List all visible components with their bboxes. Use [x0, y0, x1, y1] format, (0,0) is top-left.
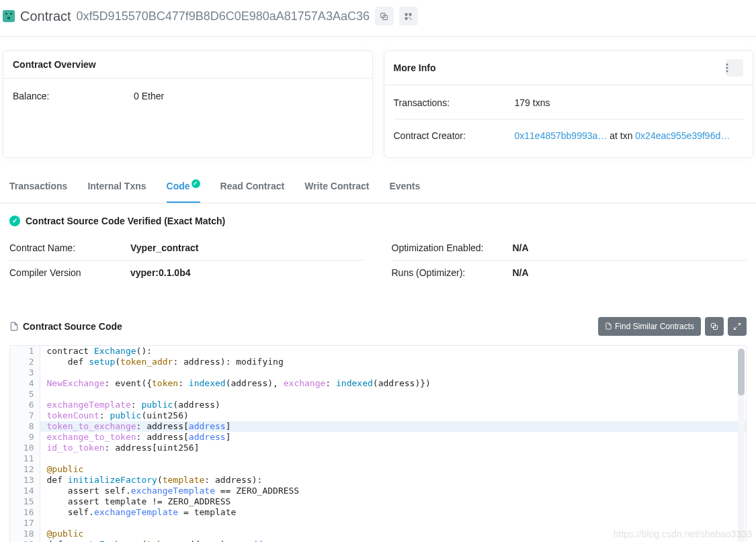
contract-address: 0xf5D915570BC477f9B8D6C0E980aA81757A3AaC… — [77, 9, 370, 24]
code-line: 13def initializeFactory(template: addres… — [10, 475, 746, 486]
contract-name-label: Contract Name: — [9, 242, 130, 253]
svg-point-13 — [726, 71, 728, 73]
tab-write-contract[interactable]: Write Contract — [304, 171, 369, 203]
copy-address-button[interactable] — [375, 7, 394, 26]
svg-rect-6 — [405, 13, 408, 15]
optimization-label: Optimization Enabled: — [392, 242, 513, 253]
tab-internal-txns[interactable]: Internal Txns — [87, 171, 146, 203]
code-line: 11 — [10, 453, 746, 464]
svg-rect-10 — [411, 18, 412, 19]
tab-bar: Transactions Internal Txns Code✓ Read Co… — [0, 171, 756, 204]
svg-rect-9 — [409, 17, 411, 18]
code-line: 17 — [10, 518, 746, 529]
svg-rect-2 — [10, 13, 12, 15]
find-similar-button[interactable]: Find Similar Contracts — [598, 317, 701, 336]
contract-name-value: Vyper_contract — [130, 242, 365, 253]
code-line: 15 assert template != ZERO_ADDRESS — [10, 496, 746, 507]
svg-rect-3 — [7, 17, 10, 19]
creation-txn-link[interactable]: 0x24eac955e39f96d… — [635, 130, 730, 141]
txns-value: 179 txns — [515, 97, 744, 108]
code-line: 6exchangeTemplate: public(address) — [10, 400, 746, 410]
contract-overview-card: Contract Overview Balance: 0 Ether — [3, 50, 373, 158]
svg-rect-8 — [405, 17, 408, 19]
code-line: 2 def setup(token_addr: address): modify… — [10, 357, 746, 367]
balance-value: 0 Ether — [134, 91, 363, 101]
tab-read-contract[interactable]: Read Contract — [220, 171, 285, 203]
compiler-value: vyper:0.1.0b4 — [130, 267, 365, 278]
at-txn-text: at txn — [607, 130, 635, 141]
code-line: 10id_to_token: address[uint256] — [10, 443, 746, 453]
moreinfo-title: More Info — [394, 62, 436, 73]
svg-point-12 — [726, 67, 728, 69]
page-heading: Contract — [20, 9, 71, 24]
code-line: 16 self.exchangeTemplate = template — [10, 507, 746, 518]
optimization-value: N/A — [513, 242, 747, 253]
txns-label: Transactions: — [394, 97, 515, 108]
code-line: 7tokenCount: public(uint256) — [10, 410, 746, 421]
code-line: 14 assert self.exchangeTemplate == ZERO_… — [10, 486, 746, 496]
svg-point-11 — [726, 64, 728, 66]
overview-title: Contract Overview — [13, 59, 96, 70]
code-line: 4NewExchange: event({token: indexed(addr… — [10, 378, 746, 389]
verified-check-icon: ✓ — [9, 216, 20, 226]
watermark: https://blog.csdn.net/shebao3333 — [614, 529, 752, 539]
qr-code-button[interactable] — [399, 7, 418, 26]
contract-identicon — [3, 10, 15, 22]
code-line: 5 — [10, 389, 746, 400]
verified-badge-icon: ✓ — [192, 179, 200, 188]
expand-source-button[interactable] — [728, 317, 747, 336]
runs-label: Runs (Optimizer): — [392, 267, 513, 278]
code-line: 9exchange_to_token: address[address] — [10, 432, 746, 443]
verified-text: Contract Source Code Verified (Exact Mat… — [26, 216, 225, 226]
balance-label: Balance: — [13, 91, 134, 101]
code-line: 19def createExchange(token: address) -> … — [10, 539, 746, 543]
more-info-card: More Info Transactions: 179 txns Contrac… — [384, 50, 754, 158]
runs-value: N/A — [513, 267, 747, 278]
code-scrollbar[interactable] — [738, 349, 745, 543]
copy-source-button[interactable] — [705, 317, 724, 336]
source-code-title: Contract Source Code — [23, 321, 122, 332]
more-info-menu-button[interactable] — [726, 59, 743, 77]
code-line: 12@public — [10, 464, 746, 475]
svg-rect-1 — [5, 13, 7, 15]
tab-transactions[interactable]: Transactions — [9, 171, 67, 203]
svg-rect-7 — [409, 13, 412, 15]
creator-address-link[interactable]: 0x11e4857bb9993a… — [515, 130, 607, 141]
creator-label: Contract Creator: — [394, 130, 515, 141]
code-line: 1contract Exchange(): — [10, 346, 746, 357]
code-line: 8token_to_exchange: address[address] — [10, 421, 746, 432]
tab-events[interactable]: Events — [389, 171, 420, 203]
compiler-label: Compiler Version — [9, 267, 130, 278]
file-icon — [9, 322, 19, 331]
tab-code[interactable]: Code✓ — [167, 171, 200, 203]
svg-line-17 — [734, 327, 737, 330]
svg-line-16 — [738, 323, 741, 326]
source-code-viewer[interactable]: 1contract Exchange():2 def setup(token_a… — [9, 345, 747, 543]
code-line: 3 — [10, 367, 746, 378]
